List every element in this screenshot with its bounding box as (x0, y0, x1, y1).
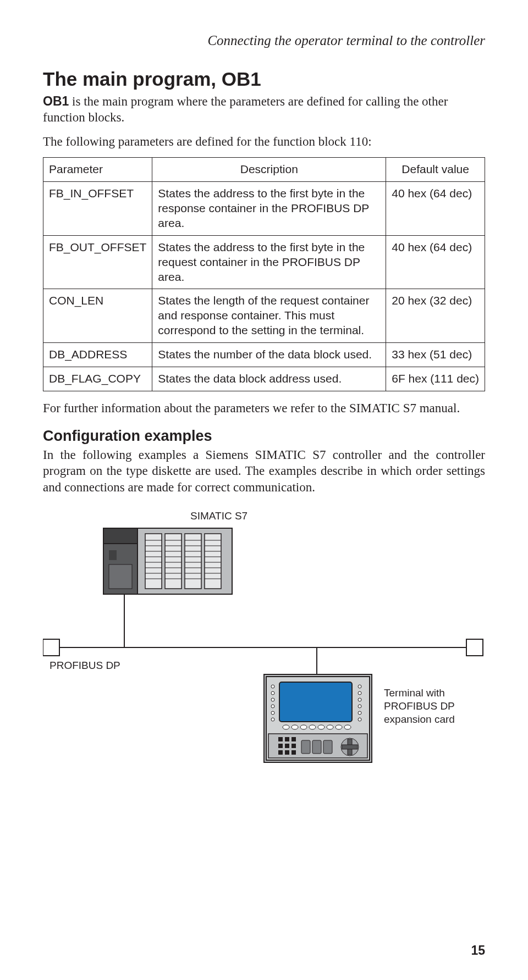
terminal-icon (264, 674, 372, 762)
table-row: CON_LEN States the length of the request… (43, 289, 485, 343)
svg-point-58 (358, 705, 361, 708)
svg-point-55 (358, 685, 361, 688)
svg-rect-77 (285, 750, 289, 755)
param-default: 40 hex (64 dec) (386, 182, 485, 236)
svg-point-49 (271, 685, 274, 688)
svg-rect-8 (109, 564, 132, 589)
svg-rect-1 (466, 639, 483, 656)
svg-rect-48 (279, 682, 352, 722)
param-default: 33 hex (51 dec) (386, 343, 485, 367)
svg-rect-75 (292, 744, 296, 748)
svg-point-56 (358, 691, 361, 695)
param-name: FB_IN_OFFSET (43, 182, 152, 236)
svg-rect-74 (285, 744, 289, 748)
param-name: CON_LEN (43, 289, 152, 343)
diagram-svg (43, 510, 485, 768)
svg-rect-76 (278, 750, 283, 755)
table-row: DB_FLAG_COPY States the data block addre… (43, 367, 485, 391)
svg-point-50 (271, 691, 274, 695)
svg-rect-6 (103, 528, 138, 544)
svg-rect-12 (185, 534, 201, 589)
profibus-label: PROFIBUS DP (50, 659, 120, 672)
svg-point-60 (358, 718, 361, 721)
page-number: 15 (471, 943, 485, 958)
intro-rest: is the main program where the parameters… (43, 95, 448, 124)
plc-icon (103, 528, 232, 594)
terminal-label: Terminal with PROFIBUS DP expansion card (384, 686, 477, 726)
svg-point-51 (271, 698, 274, 701)
svg-rect-10 (145, 534, 162, 589)
col-header-parameter: Parameter (43, 158, 152, 182)
svg-rect-79 (301, 740, 310, 754)
svg-point-67 (336, 725, 342, 729)
svg-point-52 (271, 705, 274, 708)
param-name: DB_FLAG_COPY (43, 367, 152, 391)
svg-rect-80 (312, 740, 321, 754)
svg-point-62 (292, 725, 298, 729)
table-row: DB_ADDRESS States the number of the data… (43, 343, 485, 367)
intro-bold: OB1 (43, 94, 69, 108)
svg-point-54 (271, 718, 274, 721)
param-default: 20 hex (32 dec) (386, 289, 485, 343)
section-heading: Configuration examples (43, 428, 485, 445)
intro-paragraph-2: The following parameters are defined for… (43, 134, 485, 150)
parameters-table: Parameter Description Default value FB_I… (43, 157, 485, 391)
svg-point-64 (309, 725, 316, 729)
examples-intro: In the following examples a Siemens SIMA… (43, 447, 485, 495)
param-name: DB_ADDRESS (43, 343, 152, 367)
svg-rect-70 (278, 737, 283, 741)
svg-rect-11 (165, 534, 182, 589)
table-row: FB_OUT_OFFSET States the address to the … (43, 235, 485, 289)
param-default: 40 hex (64 dec) (386, 235, 485, 289)
svg-rect-0 (43, 639, 59, 656)
param-desc: States the number of the data block used… (152, 343, 386, 367)
svg-rect-13 (205, 534, 221, 589)
svg-point-63 (300, 725, 307, 729)
param-desc: States the address to the first byte in … (152, 182, 386, 236)
svg-point-59 (358, 711, 361, 715)
svg-rect-84 (342, 745, 358, 749)
running-head: Connecting the operator terminal to the … (43, 33, 485, 48)
svg-point-65 (318, 725, 324, 729)
svg-point-61 (283, 725, 289, 729)
param-desc: States the length of the request contain… (152, 289, 386, 343)
svg-point-57 (358, 698, 361, 701)
topology-diagram: SIMATIC S7 PROFIBUS DP Terminal with PRO… (43, 510, 485, 768)
intro-paragraph: OB1 is the main program where the parame… (43, 93, 485, 126)
param-default: 6F hex (111 dec) (386, 367, 485, 391)
simatic-label: SIMATIC S7 (190, 510, 248, 523)
svg-point-68 (344, 725, 351, 729)
svg-rect-71 (285, 737, 289, 741)
page-title: The main program, OB1 (43, 68, 485, 90)
svg-rect-73 (278, 744, 283, 748)
svg-rect-72 (292, 737, 296, 741)
after-table-note: For further information about the parame… (43, 401, 485, 416)
svg-rect-7 (109, 550, 117, 560)
param-desc: States the data block address used. (152, 367, 386, 391)
param-desc: States the address to the first byte in … (152, 235, 386, 289)
param-name: FB_OUT_OFFSET (43, 235, 152, 289)
table-row: FB_IN_OFFSET States the address to the f… (43, 182, 485, 236)
col-header-default: Default value (386, 158, 485, 182)
svg-point-66 (327, 725, 333, 729)
col-header-description: Description (152, 158, 386, 182)
svg-rect-78 (292, 750, 296, 755)
svg-rect-81 (323, 740, 332, 754)
svg-point-53 (271, 711, 274, 715)
